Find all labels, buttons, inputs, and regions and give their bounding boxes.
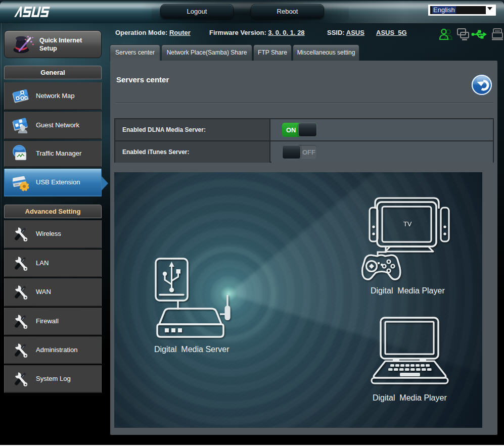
svg-text:Digital Media Player: Digital Media Player	[371, 286, 445, 295]
svg-text:TV: TV	[403, 220, 412, 228]
svg-text:Digital Media Server: Digital Media Server	[154, 345, 230, 354]
svg-text:Digital Media Player: Digital Media Player	[373, 393, 447, 402]
